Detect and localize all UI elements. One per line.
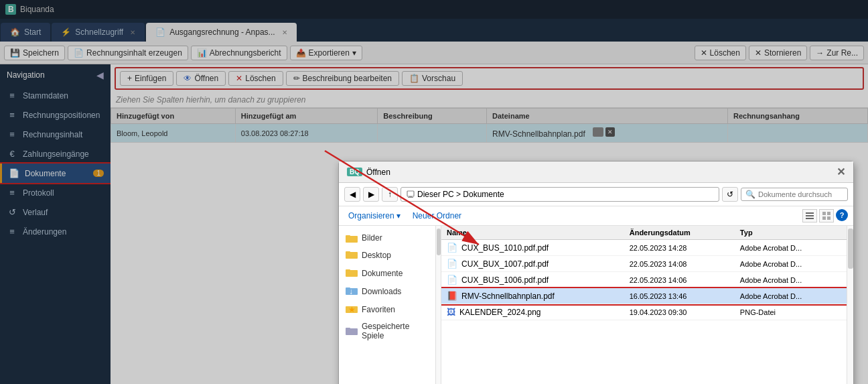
organisieren-button[interactable]: Organisieren ▾ (344, 210, 405, 222)
dialog-files: Name Änderungsdatum Typ 📄 CUX_BUS_1010.p… (441, 226, 847, 384)
neuer-ordner-button[interactable]: Neuer Ordner (409, 210, 465, 222)
svg-rect-5 (806, 212, 814, 214)
back-button[interactable]: ◀ (344, 187, 360, 202)
organisieren-dropdown-icon: ▾ (396, 211, 401, 220)
svg-rect-17 (346, 269, 350, 272)
file-name-3: RMV-Schnellbahnplan.pdf (461, 292, 555, 301)
pdf-icon-3: 📕 (447, 291, 457, 301)
addr-path: Dieser PC > Dokumente (417, 190, 504, 199)
downloads-icon: ↓ (346, 285, 358, 297)
file-col-name[interactable]: Name (441, 226, 624, 240)
sidebar-scrollbar[interactable] (436, 226, 441, 384)
file-cell-name-2: 📄 CUX_BUS_1006.pdf.pdf (441, 272, 624, 288)
files-scrollbar-thumb (848, 229, 853, 269)
file-cell-date-1: 22.05.2023 14:08 (624, 256, 735, 272)
svg-rect-7 (806, 218, 814, 219)
svg-rect-24 (346, 328, 350, 330)
address-bar[interactable]: Dieser PC > Dokumente (401, 187, 719, 202)
favoriten-label: Favoriten (362, 305, 395, 314)
file-row[interactable]: 📄 CUX_BUS_1010.pdf.pdf 22.05.2023 14:28 … (441, 240, 847, 256)
file-cell-date-2: 22.05.2023 14:06 (624, 272, 735, 288)
dialog-title-text: Öffnen (366, 168, 390, 177)
view-details-button[interactable] (802, 209, 817, 222)
downloads-label: Downloads (362, 287, 401, 296)
pdf-icon-2: 📄 (447, 275, 457, 285)
svg-rect-10 (822, 216, 826, 220)
up-button[interactable]: ↑ (382, 187, 398, 202)
sidebar-dokumente[interactable]: Dokumente (339, 264, 435, 282)
svg-rect-9 (827, 212, 830, 215)
file-name-1: CUX_BUX_1007.pdf.pdf (461, 259, 549, 269)
svg-rect-2 (407, 191, 414, 196)
dokumente-folder-icon (346, 267, 358, 279)
dialog-app-icon: BQ (347, 168, 362, 176)
dialog-body: Bilder Desktop Dokumente ↓ Downloads (339, 226, 853, 384)
search-input[interactable] (758, 190, 832, 198)
forward-button[interactable]: ▶ (363, 187, 379, 202)
files-scrollbar[interactable] (847, 226, 853, 384)
file-cell-date-3: 16.05.2023 13:46 (624, 288, 735, 304)
file-cell-type-3: Adobe Acrobat D... (735, 288, 847, 304)
bilder-label: Bilder (362, 233, 382, 243)
svg-rect-4 (408, 197, 413, 198)
sidebar-bilder[interactable]: Bilder (339, 230, 435, 246)
refresh-button[interactable]: ↺ (722, 187, 738, 202)
bilder-folder-icon (346, 233, 358, 243)
file-cell-name-1: 📄 CUX_BUX_1007.pdf.pdf (441, 256, 624, 272)
svg-text:★: ★ (348, 305, 356, 313)
sidebar-favoriten[interactable]: ★ Favoriten (339, 300, 435, 318)
organisieren-label: Organisieren (348, 211, 394, 220)
file-name-2: CUX_BUS_1006.pdf.pdf (461, 275, 549, 285)
file-row-rmv[interactable]: 📕 RMV-Schnellbahnplan.pdf 16.05.2023 13:… (441, 288, 847, 304)
file-col-type[interactable]: Typ (735, 226, 847, 240)
dialog-secondary-toolbar: Organisieren ▾ Neuer Ordner ? (339, 206, 853, 226)
file-cell-date-0: 22.05.2023 14:28 (624, 240, 735, 256)
view-controls: ? (802, 209, 848, 222)
gespeicherte-spiele-label: Gespeicherte Spiele (362, 322, 429, 340)
file-cell-type-4: PNG-Datei (735, 304, 847, 320)
svg-rect-6 (806, 215, 814, 216)
svg-rect-11 (827, 216, 830, 220)
file-cell-type-1: Adobe Acrobat D... (735, 256, 847, 272)
svg-rect-13 (346, 235, 350, 238)
view-icons-button[interactable] (819, 209, 834, 222)
desktop-label: Desktop (362, 251, 391, 260)
file-cell-type-2: Adobe Acrobat D... (735, 272, 847, 288)
file-row[interactable]: 📄 CUX_BUX_1007.pdf.pdf 22.05.2023 14:08 … (441, 256, 847, 272)
desktop-folder-icon (346, 249, 358, 261)
neuer-ordner-label: Neuer Ordner (413, 211, 461, 220)
dialog-sidebar: Bilder Desktop Dokumente ↓ Downloads (339, 226, 436, 384)
sidebar-scrollbar-thumb (437, 229, 441, 255)
file-cell-name-4: 🖼 KALENDER_2024.png (441, 304, 624, 320)
sidebar-downloads[interactable]: ↓ Downloads (339, 282, 435, 300)
svg-text:↓: ↓ (349, 287, 353, 295)
sidebar-gespeicherte-spiele[interactable]: Gespeicherte Spiele (339, 318, 435, 344)
file-cell-name-3: 📕 RMV-Schnellbahnplan.pdf (441, 288, 624, 304)
file-table: Name Änderungsdatum Typ 📄 CUX_BUS_1010.p… (441, 226, 847, 320)
file-list-area: Name Änderungsdatum Typ 📄 CUX_BUS_1010.p… (441, 226, 853, 384)
file-row[interactable]: 🖼 KALENDER_2024.png 19.04.2023 09:30 PNG… (441, 304, 847, 320)
search-box[interactable]: 🔍 (741, 188, 848, 201)
sidebar-desktop[interactable]: Desktop (339, 246, 435, 264)
svg-rect-15 (346, 251, 350, 254)
dialog-close-button[interactable]: ✕ (837, 166, 845, 178)
sidebar-dokumente-label: Dokumente (362, 269, 403, 278)
file-cell-date-4: 19.04.2023 09:30 (624, 304, 735, 320)
pdf-icon-1: 📄 (447, 259, 457, 269)
gespeicherte-icon (346, 326, 358, 337)
help-button[interactable]: ? (836, 209, 848, 221)
file-row[interactable]: 📄 CUX_BUS_1006.pdf.pdf 22.05.2023 14:06 … (441, 272, 847, 288)
file-name-4: KALENDER_2024.png (459, 308, 540, 317)
svg-rect-8 (822, 212, 826, 215)
open-file-dialog: BQ Öffnen ✕ ◀ ▶ ↑ Dieser PC > Dokumente … (338, 161, 854, 384)
file-cell-name: 📄 CUX_BUS_1010.pdf.pdf (441, 240, 624, 256)
pc-icon (407, 190, 415, 198)
png-icon: 🖼 (447, 307, 455, 317)
file-col-date[interactable]: Änderungsdatum (624, 226, 735, 240)
dialog-address-bar: ◀ ▶ ↑ Dieser PC > Dokumente ↺ 🔍 (339, 183, 853, 206)
dialog-title-bar: BQ Öffnen ✕ (339, 162, 853, 183)
search-icon: 🔍 (745, 190, 755, 199)
pdf-icon: 📄 (447, 243, 457, 253)
file-cell-type-0: Adobe Acrobat D... (735, 240, 847, 256)
favoriten-icon: ★ (346, 304, 358, 315)
